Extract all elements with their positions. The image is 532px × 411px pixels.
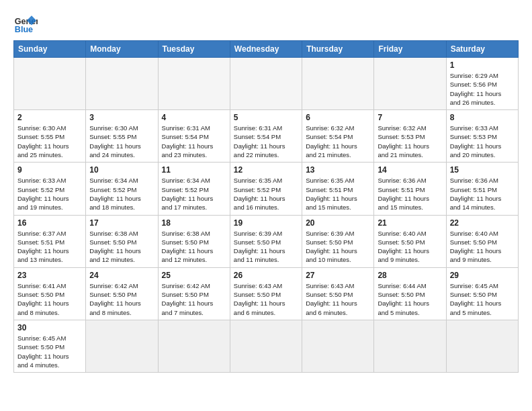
day-info: Sunrise: 6:30 AMSunset: 5:55 PMDaylight:… bbox=[89, 124, 154, 159]
logo: General Blue bbox=[13, 11, 38, 35]
day-number: 6 bbox=[306, 113, 370, 122]
day-info: Sunrise: 6:43 AMSunset: 5:50 PMDaylight:… bbox=[306, 281, 370, 317]
day-cell bbox=[86, 320, 158, 372]
week-row-4: 23Sunrise: 6:41 AMSunset: 5:50 PMDayligh… bbox=[14, 267, 519, 320]
weekday-thursday: Thursday bbox=[302, 41, 374, 58]
logo-icon: General Blue bbox=[13, 11, 38, 35]
day-info: Sunrise: 6:35 AMSunset: 5:52 PMDaylight:… bbox=[234, 176, 298, 212]
header: General Blue bbox=[13, 11, 519, 35]
day-cell: 22Sunrise: 6:40 AMSunset: 5:50 PMDayligh… bbox=[446, 215, 518, 267]
day-number: 15 bbox=[450, 165, 515, 175]
day-number: 1 bbox=[450, 60, 515, 70]
day-cell bbox=[374, 58, 446, 110]
day-cell: 21Sunrise: 6:40 AMSunset: 5:50 PMDayligh… bbox=[374, 215, 446, 267]
day-cell bbox=[158, 58, 230, 110]
day-cell: 1Sunrise: 6:29 AMSunset: 5:56 PMDaylight… bbox=[446, 58, 518, 110]
day-info: Sunrise: 6:38 AMSunset: 5:50 PMDaylight:… bbox=[89, 229, 154, 265]
day-info: Sunrise: 6:40 AMSunset: 5:50 PMDaylight:… bbox=[378, 229, 442, 265]
day-cell bbox=[446, 320, 518, 372]
day-number: 29 bbox=[450, 271, 515, 280]
day-number: 21 bbox=[378, 218, 442, 228]
day-cell: 2Sunrise: 6:30 AMSunset: 5:55 PMDaylight… bbox=[14, 110, 86, 163]
day-cell: 4Sunrise: 6:31 AMSunset: 5:54 PMDaylight… bbox=[158, 110, 230, 163]
day-info: Sunrise: 6:30 AMSunset: 5:55 PMDaylight:… bbox=[17, 124, 82, 159]
day-info: Sunrise: 6:43 AMSunset: 5:50 PMDaylight:… bbox=[234, 281, 298, 317]
day-number: 26 bbox=[234, 271, 298, 280]
day-cell: 3Sunrise: 6:30 AMSunset: 5:55 PMDaylight… bbox=[86, 110, 158, 163]
week-row-5: 30Sunrise: 6:45 AMSunset: 5:50 PMDayligh… bbox=[14, 320, 519, 372]
day-cell: 28Sunrise: 6:44 AMSunset: 5:50 PMDayligh… bbox=[374, 267, 446, 320]
day-number: 5 bbox=[234, 113, 298, 122]
day-info: Sunrise: 6:32 AMSunset: 5:53 PMDaylight:… bbox=[378, 124, 442, 159]
day-cell bbox=[374, 320, 446, 372]
day-number: 12 bbox=[234, 165, 298, 175]
day-info: Sunrise: 6:35 AMSunset: 5:51 PMDaylight:… bbox=[306, 176, 370, 212]
day-info: Sunrise: 6:36 AMSunset: 5:51 PMDaylight:… bbox=[378, 176, 442, 212]
day-number: 2 bbox=[17, 113, 82, 122]
day-cell: 17Sunrise: 6:38 AMSunset: 5:50 PMDayligh… bbox=[86, 215, 158, 267]
day-cell: 25Sunrise: 6:42 AMSunset: 5:50 PMDayligh… bbox=[158, 267, 230, 320]
day-number: 20 bbox=[306, 218, 370, 228]
day-info: Sunrise: 6:45 AMSunset: 5:50 PMDaylight:… bbox=[17, 334, 82, 369]
day-cell: 7Sunrise: 6:32 AMSunset: 5:53 PMDaylight… bbox=[374, 110, 446, 163]
day-info: Sunrise: 6:45 AMSunset: 5:50 PMDaylight:… bbox=[450, 281, 515, 317]
weekday-tuesday: Tuesday bbox=[158, 41, 230, 58]
day-number: 13 bbox=[306, 165, 370, 175]
day-cell: 5Sunrise: 6:31 AMSunset: 5:54 PMDaylight… bbox=[230, 110, 302, 163]
day-cell: 8Sunrise: 6:33 AMSunset: 5:53 PMDaylight… bbox=[446, 110, 518, 163]
day-info: Sunrise: 6:33 AMSunset: 5:53 PMDaylight:… bbox=[450, 124, 515, 159]
day-number: 25 bbox=[162, 271, 226, 280]
day-info: Sunrise: 6:31 AMSunset: 5:54 PMDaylight:… bbox=[234, 124, 298, 159]
weekday-sunday: Sunday bbox=[14, 41, 86, 58]
day-number: 22 bbox=[450, 218, 515, 228]
day-cell bbox=[230, 320, 302, 372]
day-number: 30 bbox=[17, 323, 82, 332]
calendar: SundayMondayTuesdayWednesdayThursdayFrid… bbox=[13, 40, 519, 373]
day-number: 3 bbox=[89, 113, 154, 122]
day-cell: 15Sunrise: 6:36 AMSunset: 5:51 PMDayligh… bbox=[446, 163, 518, 215]
day-number: 17 bbox=[89, 218, 154, 228]
day-number: 8 bbox=[450, 113, 515, 122]
day-number: 23 bbox=[17, 271, 82, 280]
day-number: 9 bbox=[17, 165, 82, 175]
day-cell: 13Sunrise: 6:35 AMSunset: 5:51 PMDayligh… bbox=[302, 163, 374, 215]
day-info: Sunrise: 6:41 AMSunset: 5:50 PMDaylight:… bbox=[17, 281, 82, 317]
day-info: Sunrise: 6:32 AMSunset: 5:54 PMDaylight:… bbox=[306, 124, 370, 159]
day-cell: 29Sunrise: 6:45 AMSunset: 5:50 PMDayligh… bbox=[446, 267, 518, 320]
day-cell bbox=[230, 58, 302, 110]
day-cell: 30Sunrise: 6:45 AMSunset: 5:50 PMDayligh… bbox=[14, 320, 86, 372]
day-info: Sunrise: 6:29 AMSunset: 5:56 PMDaylight:… bbox=[450, 71, 515, 107]
day-number: 19 bbox=[234, 218, 298, 228]
weekday-row: SundayMondayTuesdayWednesdayThursdayFrid… bbox=[14, 41, 519, 58]
day-number: 7 bbox=[378, 113, 442, 122]
day-number: 11 bbox=[162, 165, 226, 175]
day-cell bbox=[14, 58, 86, 110]
day-cell: 26Sunrise: 6:43 AMSunset: 5:50 PMDayligh… bbox=[230, 267, 302, 320]
day-info: Sunrise: 6:39 AMSunset: 5:50 PMDaylight:… bbox=[306, 229, 370, 265]
day-info: Sunrise: 6:42 AMSunset: 5:50 PMDaylight:… bbox=[162, 281, 226, 317]
week-row-1: 2Sunrise: 6:30 AMSunset: 5:55 PMDaylight… bbox=[14, 110, 519, 163]
day-cell: 12Sunrise: 6:35 AMSunset: 5:52 PMDayligh… bbox=[230, 163, 302, 215]
week-row-0: 1Sunrise: 6:29 AMSunset: 5:56 PMDaylight… bbox=[14, 58, 519, 110]
day-cell bbox=[158, 320, 230, 372]
day-info: Sunrise: 6:34 AMSunset: 5:52 PMDaylight:… bbox=[162, 176, 226, 212]
day-number: 14 bbox=[378, 165, 442, 175]
day-info: Sunrise: 6:31 AMSunset: 5:54 PMDaylight:… bbox=[162, 124, 226, 159]
weekday-monday: Monday bbox=[86, 41, 158, 58]
day-info: Sunrise: 6:34 AMSunset: 5:52 PMDaylight:… bbox=[89, 176, 154, 212]
svg-text:Blue: Blue bbox=[15, 25, 33, 34]
day-cell: 19Sunrise: 6:39 AMSunset: 5:50 PMDayligh… bbox=[230, 215, 302, 267]
day-cell: 24Sunrise: 6:42 AMSunset: 5:50 PMDayligh… bbox=[86, 267, 158, 320]
weekday-saturday: Saturday bbox=[446, 41, 518, 58]
day-cell: 9Sunrise: 6:33 AMSunset: 5:52 PMDaylight… bbox=[14, 163, 86, 215]
day-cell bbox=[86, 58, 158, 110]
day-cell: 11Sunrise: 6:34 AMSunset: 5:52 PMDayligh… bbox=[158, 163, 230, 215]
day-info: Sunrise: 6:33 AMSunset: 5:52 PMDaylight:… bbox=[17, 176, 82, 212]
day-number: 4 bbox=[162, 113, 226, 122]
day-number: 28 bbox=[378, 271, 442, 280]
calendar-body: 1Sunrise: 6:29 AMSunset: 5:56 PMDaylight… bbox=[14, 58, 519, 373]
day-info: Sunrise: 6:40 AMSunset: 5:50 PMDaylight:… bbox=[450, 229, 515, 265]
day-cell: 23Sunrise: 6:41 AMSunset: 5:50 PMDayligh… bbox=[14, 267, 86, 320]
day-number: 27 bbox=[306, 271, 370, 280]
day-number: 24 bbox=[89, 271, 154, 280]
